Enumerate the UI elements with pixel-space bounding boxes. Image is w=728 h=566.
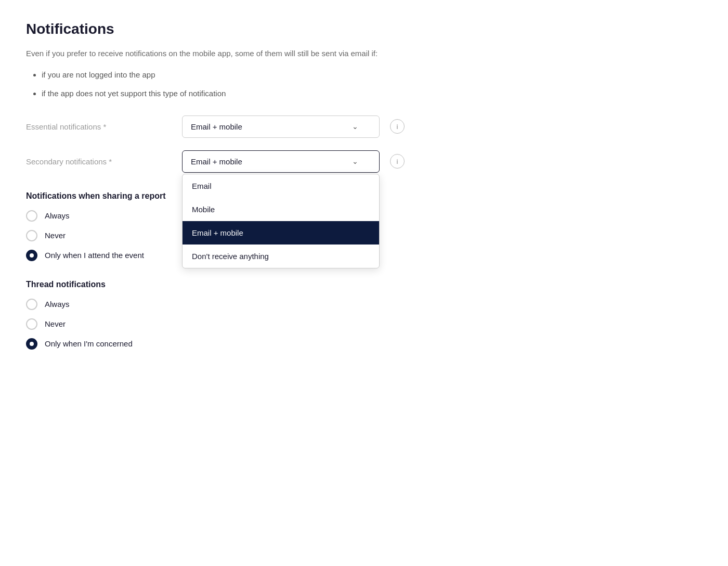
bullet-item-2: if the app does not yet support this typ… — [42, 88, 702, 100]
essential-notifications-info-icon[interactable]: i — [390, 119, 405, 134]
dropdown-item-email[interactable]: Email — [183, 174, 379, 198]
essential-notifications-select[interactable]: Email + mobile ⌄ — [182, 115, 380, 138]
thread-notifications-section: Thread notifications Always Never Only w… — [26, 280, 702, 350]
essential-notifications-row: Essential notifications * Email + mobile… — [26, 115, 702, 138]
essential-notifications-select-wrapper: Email + mobile ⌄ — [182, 115, 380, 138]
thread-concerned-radio[interactable] — [26, 338, 37, 350]
thread-concerned-item[interactable]: Only when I'm concerned — [26, 338, 702, 350]
page-title: Notifications — [26, 21, 702, 37]
thread-notifications-title: Thread notifications — [26, 280, 702, 289]
bullet-list: if you are not logged into the app if th… — [26, 69, 702, 100]
secondary-notifications-label: Secondary notifications * — [26, 157, 172, 166]
secondary-chevron-down-icon: ⌄ — [352, 157, 358, 165]
page-description: Even if you prefer to receive notificati… — [26, 48, 702, 60]
report-attend-event-radio[interactable] — [26, 250, 37, 261]
thread-notifications-radio-group: Always Never Only when I'm concerned — [26, 299, 702, 350]
thread-never-item[interactable]: Never — [26, 318, 702, 330]
report-attend-event-dot — [30, 253, 34, 258]
report-attend-event-label: Only when I attend the event — [45, 251, 144, 260]
bullet-item-1: if you are not logged into the app — [42, 69, 702, 81]
report-never-radio[interactable] — [26, 230, 37, 241]
secondary-notifications-select-wrapper: Email + mobile ⌄ Email Mobile Email + mo… — [182, 150, 380, 173]
report-always-radio[interactable] — [26, 210, 37, 222]
secondary-notifications-row: Secondary notifications * Email + mobile… — [26, 150, 702, 173]
thread-always-label: Always — [45, 300, 70, 308]
secondary-notifications-info-icon[interactable]: i — [390, 154, 405, 169]
essential-notifications-value: Email + mobile — [191, 122, 242, 131]
thread-concerned-label: Only when I'm concerned — [45, 339, 133, 348]
thread-always-radio[interactable] — [26, 299, 37, 310]
thread-never-radio[interactable] — [26, 318, 37, 330]
report-never-label: Never — [45, 231, 66, 240]
report-always-label: Always — [45, 211, 70, 220]
dropdown-item-dont-receive[interactable]: Don't receive anything — [183, 245, 379, 268]
thread-always-item[interactable]: Always — [26, 299, 702, 310]
essential-notifications-label: Essential notifications * — [26, 122, 172, 131]
thread-never-label: Never — [45, 319, 66, 328]
essential-info-label: i — [397, 123, 398, 131]
essential-chevron-down-icon: ⌄ — [352, 122, 358, 131]
dropdown-item-mobile[interactable]: Mobile — [183, 198, 379, 221]
essential-notifications-section: Essential notifications * Email + mobile… — [26, 115, 702, 173]
secondary-notifications-dropdown: Email Mobile Email + mobile Don't receiv… — [182, 174, 380, 268]
secondary-notifications-value: Email + mobile — [191, 157, 242, 166]
secondary-info-label: i — [397, 158, 398, 165]
thread-concerned-dot — [30, 342, 34, 346]
secondary-notifications-select[interactable]: Email + mobile ⌄ — [182, 150, 380, 173]
dropdown-item-email-mobile[interactable]: Email + mobile — [183, 221, 379, 245]
